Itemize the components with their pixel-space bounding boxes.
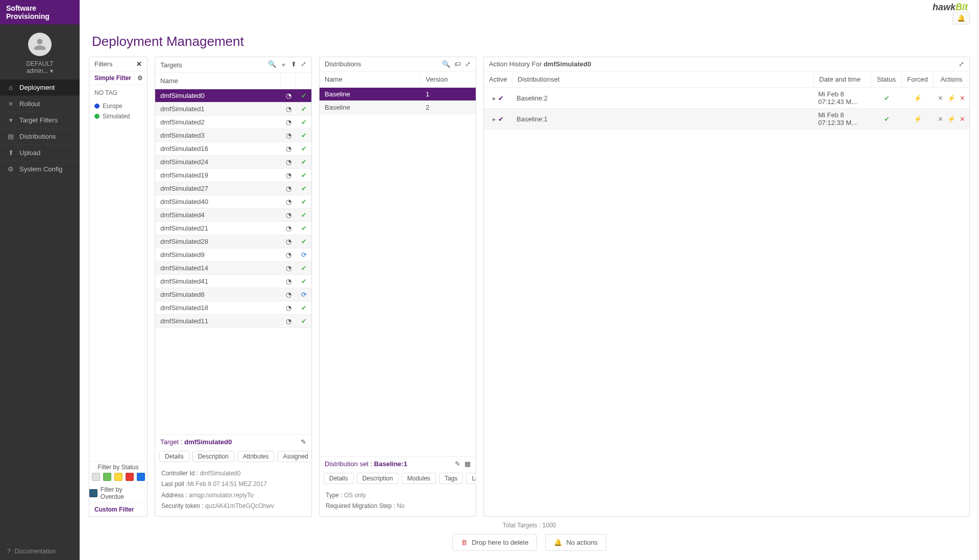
status-swatch[interactable] (103, 473, 111, 481)
target-row[interactable]: dmfSimulated4◔✔ (155, 209, 311, 222)
tag-europe[interactable]: Europe (94, 103, 142, 110)
poll-status-icon: ◔ (281, 156, 296, 168)
target-row[interactable]: dmfSimulated11◔✔ (155, 315, 311, 328)
target-row[interactable]: dmfSimulated21◔✔ (155, 222, 311, 235)
tab-description[interactable]: Description (357, 473, 399, 484)
tab-modules[interactable]: Modules (402, 473, 436, 484)
nav-item-system-config[interactable]: ⚙System Config (0, 161, 80, 177)
tag-no-tag[interactable]: NO TAG (94, 89, 142, 96)
target-row[interactable]: dmfSimulated41◔✔ (155, 275, 311, 288)
cancel-action-icon[interactable]: ✕ (938, 94, 943, 102)
status-swatch[interactable] (114, 473, 123, 481)
target-row[interactable]: dmfSimulated0◔✔ (155, 89, 311, 103)
history-title: Action History For dmfSimulated0 (489, 60, 591, 68)
filter-status-title: Filter by Status (89, 462, 147, 473)
expand-row-icon[interactable]: ▸ (493, 115, 496, 123)
force-action-icon[interactable]: ⚡ (947, 115, 956, 123)
tab-log[interactable]: Log (466, 473, 476, 484)
bell-icon: 🔔 (957, 14, 965, 22)
search-icon[interactable]: 🔍 (442, 60, 450, 68)
expand-icon[interactable]: ⤢ (301, 60, 306, 69)
poll-status-icon: ◔ (281, 209, 296, 221)
tag-simulated[interactable]: Simulated (94, 113, 142, 120)
poll-status-icon: ◔ (281, 222, 296, 235)
brand-logo: hawkBit (933, 2, 968, 13)
user-name[interactable]: admin... ▾ (5, 67, 75, 74)
notifications-button[interactable]: 🔔 (952, 12, 970, 24)
edit-icon[interactable]: ✎ (455, 460, 460, 468)
nav-item-rollout[interactable]: ≡Rollout (0, 96, 80, 112)
status-ok-icon: ✔ (884, 94, 890, 102)
poll-status-icon: ◔ (281, 275, 296, 288)
poll-status-icon: ◔ (281, 169, 296, 182)
gear-icon[interactable]: ⚙ (137, 74, 143, 82)
poll-status-icon: ◔ (281, 142, 296, 155)
upload-icon[interactable]: ⬆ (291, 60, 297, 69)
hist-col-status: Status (871, 71, 902, 87)
update-status-icon: ✔ (296, 301, 311, 314)
target-row[interactable]: dmfSimulated16◔✔ (155, 142, 311, 156)
target-row[interactable]: dmfSimulated14◔✔ (155, 262, 311, 275)
target-row[interactable]: dmfSimulated8◔⟳ (155, 288, 311, 301)
tab-tags[interactable]: Tags (439, 473, 463, 484)
target-row[interactable]: dmfSimulated28◔✔ (155, 235, 311, 248)
tab-description[interactable]: Description (192, 451, 234, 462)
distribution-row[interactable]: Baseline2 (320, 101, 476, 114)
poll-status-icon: ◔ (281, 315, 296, 327)
delete-action-icon[interactable]: ✕ (960, 94, 965, 102)
edit-icon[interactable]: ✎ (301, 438, 306, 446)
delete-action-icon[interactable]: ✕ (960, 115, 965, 123)
add-icon[interactable]: ＋ (280, 60, 287, 69)
expand-row-icon[interactable]: ▸ (493, 94, 496, 102)
nav-item-distributions[interactable]: ▤Distributions (0, 129, 80, 145)
history-row[interactable]: ▸ ✔Baseline:1Mi Feb 8 07:12:33 M...✔⚡✕⚡✕ (484, 109, 969, 130)
search-icon[interactable]: 🔍 (268, 60, 276, 69)
nav-item-deployment[interactable]: ⌂Deployment (0, 80, 80, 96)
status-swatch[interactable] (137, 473, 145, 481)
avatar[interactable] (28, 33, 52, 56)
filter-overdue-label: Filter by Overdue (101, 486, 147, 500)
nav-item-upload[interactable]: ⬆Upload (0, 145, 80, 161)
custom-filter-title[interactable]: Custom Filter (89, 502, 147, 516)
update-status-icon: ✔ (296, 182, 311, 195)
target-row[interactable]: dmfSimulated3◔✔ (155, 129, 311, 142)
tab-attributes[interactable]: Attributes (237, 451, 275, 462)
active-check-icon: ✔ (498, 115, 504, 123)
force-action-icon[interactable]: ⚡ (947, 94, 956, 102)
history-row[interactable]: ▸ ✔Baseline:2Mi Feb 8 07:12:43 M...✔⚡✕⚡✕ (484, 88, 969, 109)
tag-icon[interactable]: 🏷 (454, 60, 461, 68)
target-row[interactable]: dmfSimulated18◔✔ (155, 301, 311, 315)
cancel-action-icon[interactable]: ✕ (938, 115, 943, 123)
target-row[interactable]: dmfSimulated2◔✔ (155, 116, 311, 129)
tag-dot-icon (94, 114, 100, 119)
filter-icon: ▾ (7, 116, 14, 124)
drop-delete-button[interactable]: 🗑Drop here to delete (452, 534, 537, 551)
documentation-link[interactable]: ? Documentation (0, 543, 80, 560)
status-swatch[interactable] (92, 473, 100, 481)
poll-status-icon: ◔ (281, 301, 296, 314)
target-row[interactable]: dmfSimulated40◔✔ (155, 195, 311, 209)
tab-details[interactable]: Details (159, 451, 189, 462)
distribution-row[interactable]: Baseline1 (320, 88, 476, 101)
target-row[interactable]: dmfSimulated1◔✔ (155, 103, 311, 116)
close-filters-icon[interactable]: ✕ (136, 60, 142, 68)
update-status-icon: ✔ (296, 195, 311, 208)
nav-item-target-filters[interactable]: ▾Target Filters (0, 112, 80, 129)
tab-details[interactable]: Details (324, 473, 354, 484)
no-actions-button[interactable]: 🔔No actions (545, 534, 606, 551)
poll-status-icon: ◔ (281, 288, 296, 301)
update-status-icon: ✔ (296, 315, 311, 327)
target-row[interactable]: dmfSimulated9◔⟳ (155, 248, 311, 262)
target-row[interactable]: dmfSimulated27◔✔ (155, 182, 311, 195)
metadata-icon[interactable]: ▦ (464, 460, 471, 468)
target-row[interactable]: dmfSimulated19◔✔ (155, 169, 311, 182)
tab-assigned[interactable]: Assigned (277, 451, 311, 462)
overdue-swatch[interactable] (89, 489, 97, 497)
status-swatch[interactable] (126, 473, 134, 481)
target-row[interactable]: dmfSimulated24◔✔ (155, 156, 311, 169)
update-status-icon: ✔ (296, 235, 311, 248)
update-status-icon: ✔ (296, 156, 311, 168)
bolt-icon: ⚡ (914, 94, 922, 102)
expand-icon[interactable]: ⤢ (465, 60, 471, 68)
expand-icon[interactable]: ⤢ (959, 60, 964, 68)
